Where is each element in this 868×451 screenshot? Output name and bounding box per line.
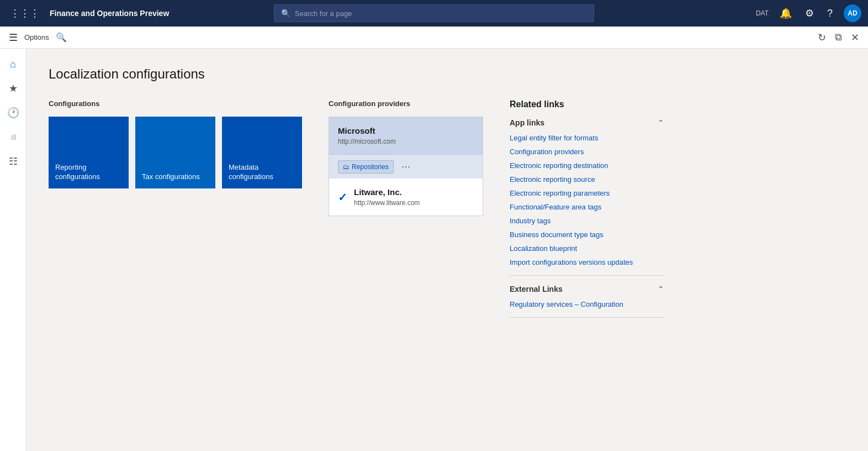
more-options-icon[interactable]: ⋯ [398,159,414,174]
repositories-button[interactable]: 🗂 Repositories [338,160,394,174]
link-electronic-reporting-source[interactable]: Electronic reporting source [510,175,664,183]
refresh-icon[interactable]: ↻ [818,32,826,44]
tile-tax-configurations[interactable]: Tax configurations [135,117,215,188]
config-tiles: Reporting configurations Tax configurati… [49,117,302,188]
hamburger-icon[interactable]: ☰ [9,32,18,44]
provider-litware-url: http://www.litware.com [354,199,420,207]
link-import-configurations-versions-updates[interactable]: Import configurations versions updates [510,258,664,266]
related-links-title: Related links [510,99,664,109]
link-electronic-reporting-destination[interactable]: Electronic reporting destination [510,161,664,170]
sidebar-workspaces[interactable]: ◽ [2,126,24,148]
provider-microsoft-card[interactable]: Microsoft http://microsoft.com [329,117,483,155]
open-new-icon[interactable]: ⧉ [835,32,842,43]
external-links-collapse-icon[interactable]: ⌃ [658,285,664,293]
link-functional-feature-area-tags[interactable]: Functional/Feature area tags [510,203,664,211]
provider-microsoft-name: Microsoft [338,126,474,135]
dat-label: DAT [756,9,769,17]
avatar-initials: AD [848,9,857,17]
grid-icon[interactable]: ⋮⋮⋮ [7,4,43,23]
providers-heading: Configuration providers [329,99,483,108]
toolbar-search-icon[interactable]: 🔍 [56,32,67,43]
provider-microsoft-actions: 🗂 Repositories ⋯ [329,155,483,179]
external-links-header: External Links ⌃ [510,285,664,293]
avatar[interactable]: AD [844,4,861,22]
close-icon[interactable]: ✕ [851,32,859,44]
options-label: Options [24,33,49,41]
external-links-label: External Links [510,285,563,293]
nav-right: DAT 🔔 ⚙ ? AD [756,4,861,22]
app-links-collapse-icon[interactable]: ⌃ [658,118,664,127]
providers-section: Configuration providers Microsoft http:/… [329,99,483,216]
app-title: Finance and Operations Preview [50,9,169,18]
provider-litware-name: Litware, Inc. [354,187,420,197]
link-business-document-type-tags[interactable]: Business document type tags [510,230,664,239]
active-check-icon: ✓ [338,191,347,204]
notification-icon[interactable]: 🔔 [777,5,794,22]
sidebar-favorites[interactable]: ★ [2,77,24,99]
sidebar-home[interactable]: ⌂ [2,53,24,75]
related-links-section: Related links App links ⌃ Legal entity f… [510,99,664,327]
main-layout: ⌂ ★ 🕐 ◽ ☷ Localization configurations Co… [0,49,868,451]
sidebar-modules[interactable]: ☷ [2,150,24,172]
search-bar[interactable]: 🔍 [274,4,594,22]
link-industry-tags[interactable]: Industry tags [510,217,664,225]
top-navbar: ⋮⋮⋮ Finance and Operations Preview 🔍 DAT… [0,0,868,27]
left-sidebar: ⌂ ★ 🕐 ◽ ☷ [0,49,27,451]
app-links-label: App links [510,118,544,127]
repositories-icon: 🗂 [343,163,350,171]
page-title: Localization configurations [49,66,846,82]
link-configuration-providers[interactable]: Configuration providers [510,148,664,156]
search-icon: 🔍 [281,9,290,18]
link-electronic-reporting-parameters[interactable]: Electronic reporting parameters [510,189,664,197]
provider-card-container: Microsoft http://microsoft.com 🗂 Reposit… [329,117,483,216]
help-icon[interactable]: ? [825,6,835,22]
repositories-label: Repositories [352,163,389,171]
link-regulatory-services-configuration[interactable]: Regulatory services – Configuration [510,300,664,308]
provider-microsoft-url: http://microsoft.com [338,138,474,145]
link-localization-blueprint[interactable]: Localization blueprint [510,244,664,253]
app-links-header: App links ⌃ [510,118,664,127]
configurations-heading: Configurations [49,99,302,108]
provider-litware-card[interactable]: ✓ Litware, Inc. http://www.litware.com [329,179,483,216]
divider-2 [510,317,664,318]
tile-metadata-configurations[interactable]: Metadata configurations [222,117,302,188]
toolbar-actions: ↻ ⧉ ✕ [818,32,859,44]
provider-wrapper: Microsoft http://microsoft.com 🗂 Reposit… [329,117,483,216]
content-grid: Configurations Reporting configurations … [49,99,846,327]
tile-reporting-configurations[interactable]: Reporting configurations [49,117,129,188]
sidebar-recent[interactable]: 🕐 [2,102,24,124]
configurations-section: Configurations Reporting configurations … [49,99,302,188]
link-legal-entity-filter[interactable]: Legal entity filter for formats [510,134,664,142]
sub-toolbar: ☰ Options 🔍 ↻ ⧉ ✕ [0,27,868,49]
main-content: Localization configurations Configuratio… [27,49,868,451]
settings-icon[interactable]: ⚙ [803,5,816,22]
divider-1 [510,275,664,276]
search-input[interactable] [295,9,587,18]
